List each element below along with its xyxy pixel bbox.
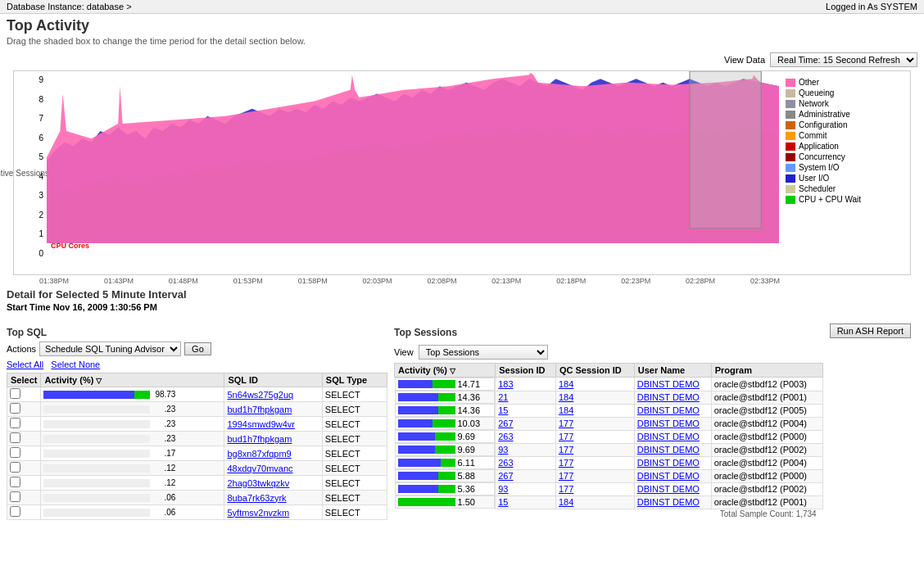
logged-in-label: Logged in As SYSTEM [826,2,917,11]
sql-type-cell: SELECT [322,432,387,446]
sql-table-row: 98.735n64ws275g2uqSELECT [7,387,387,402]
sess-col-sessionid[interactable]: Session ID [496,364,556,378]
sql-id-cell[interactable]: 2hag03twkqzkv [224,476,322,491]
sess-session-id-cell[interactable]: 15 [496,495,556,509]
sql-row-checkbox[interactable] [10,477,20,487]
sql-id-cell[interactable]: bud1h7fhpkgam [224,432,322,446]
sess-activity-cell: 5.36 [395,482,496,495]
select-links: Select All Select None [7,360,387,369]
sess-qc-session-id-cell[interactable]: 177 [555,443,634,456]
go-button[interactable]: Go [184,342,211,355]
sql-id-cell[interactable]: 48xdqv70mvanc [224,461,322,476]
activity-chart[interactable]: Active Sessions 9 8 7 6 5 4 3 2 1 0 [13,70,911,275]
sql-activity-cell: .17 [41,446,224,461]
sess-session-id-cell[interactable]: 263 [496,456,556,469]
select-all-link[interactable]: Select All [7,360,43,369]
sql-row-checkbox[interactable] [10,432,20,443]
sql-id-cell[interactable]: 1994smwd9w4vr [224,417,322,432]
run-ash-report-button[interactable]: Run ASH Report [830,323,911,338]
sess-username-cell[interactable]: DBINST DEMO [634,456,711,469]
sess-qc-session-id-cell[interactable]: 177 [555,469,634,482]
sess-program-cell: oracle@stbdf12 (P005) [711,404,822,417]
select-none-link[interactable]: Select None [51,360,100,369]
sql-activity-cell: .12 [41,461,224,476]
sql-row-checkbox[interactable] [10,418,20,428]
sess-qc-session-id-cell[interactable]: 184 [555,495,634,509]
sql-row-checkbox[interactable] [10,388,20,399]
sess-col-program[interactable]: Program [711,364,822,378]
sql-table-row: .065yftmsv2nvzkmSELECT [7,505,387,520]
sql-row-checkbox[interactable] [10,447,20,458]
sql-id-cell[interactable]: bud1h7fhpkgam [224,402,322,417]
sess-username-cell[interactable]: DBINST DEMO [634,469,711,482]
top-sessions-panel: Top Sessions View Top Sessions Top Backg… [394,327,823,520]
sql-id-cell[interactable]: 5n64ws275g2uq [224,387,322,402]
view-data-label: View Data [724,55,765,65]
sql-type-cell: SELECT [322,402,387,417]
sql-id-cell[interactable]: 5yftmsv2nvzkm [224,505,322,520]
sess-session-id-cell[interactable]: 183 [496,378,556,391]
sess-col-username[interactable]: User Name [634,364,711,378]
sess-activity-cell: 14.36 [395,404,496,417]
sess-username-cell[interactable]: DBINST DEMO [634,495,711,509]
sess-session-id-cell[interactable]: 21 [496,391,556,404]
sess-activity-cell: 1.50 [395,495,496,509]
sess-program-cell: oracle@stbdf12 (P003) [711,378,822,391]
actions-select[interactable]: Schedule SQL Tuning Advisor Run SQL [39,342,181,356]
sess-username-cell[interactable]: DBINST DEMO [634,482,711,495]
actions-bar: Actions Schedule SQL Tuning Advisor Run … [7,342,387,356]
sql-row-checkbox[interactable] [10,403,20,414]
sess-username-cell[interactable]: DBINST DEMO [634,391,711,404]
detail-title: Detail for Selected 5 Minute Interval [7,288,917,301]
sess-username-cell[interactable]: DBINST DEMO [634,404,711,417]
sess-username-cell[interactable]: DBINST DEMO [634,430,711,443]
sess-qc-session-id-cell[interactable]: 184 [555,378,634,391]
sess-username-cell[interactable]: DBINST DEMO [634,378,711,391]
sess-username-cell[interactable]: DBINST DEMO [634,443,711,456]
breadcrumb-link[interactable]: Database Instance: database [7,2,124,11]
sess-activity-cell: 10.03 [395,417,496,430]
sess-activity-cell: 14.71 [395,378,496,391]
sess-qc-session-id-cell[interactable]: 177 [555,482,634,495]
sessions-table-row: 9.6993177DBINST DEMOoracle@stbdf12 (P002… [395,443,823,456]
sql-table-row: .231994smwd9w4vrSELECT [7,417,387,432]
sessions-table-row: 1.5015184DBINST DEMOoracle@stbdf12 (P001… [395,495,823,509]
sess-session-id-cell[interactable]: 15 [496,404,556,417]
sql-id-cell[interactable]: bg8xn87xfqpm9 [224,446,322,461]
col-sqltype[interactable]: SQL Type [322,373,387,387]
col-activity[interactable]: Activity (%) ▽ [41,373,224,387]
sql-activity-cell: .23 [41,417,224,432]
sess-session-id-cell[interactable]: 267 [496,417,556,430]
sess-program-cell: oracle@stbdf12 (P002) [711,443,822,456]
sess-col-qcsessionid[interactable]: QC Session ID [555,364,634,378]
page-title: Top Activity [0,14,924,36]
sess-program-cell: oracle@stbdf12 (P001) [711,391,822,404]
sessions-view-select[interactable]: Top Sessions Top Background Sessions [419,345,548,360]
sessions-table-row: 5.88267177DBINST DEMOoracle@stbdf12 (P00… [395,469,823,482]
sess-qc-session-id-cell[interactable]: 177 [555,430,634,443]
sessions-table-row: 14.3615184DBINST DEMOoracle@stbdf12 (P00… [395,404,823,417]
sql-type-cell: SELECT [322,387,387,402]
sess-qc-session-id-cell[interactable]: 184 [555,391,634,404]
sql-id-cell[interactable]: 8uba7rk63zyrk [224,491,322,505]
sess-session-id-cell[interactable]: 263 [496,430,556,443]
sql-row-checkbox[interactable] [10,506,20,517]
chart-legend: Other Queueing Network Administrative Co… [779,71,910,274]
sql-row-checkbox[interactable] [10,462,20,473]
sess-session-id-cell[interactable]: 93 [496,443,556,456]
sess-qc-session-id-cell[interactable]: 177 [555,417,634,430]
chart-inner[interactable]: CPU Cores [47,71,779,274]
y-axis-label: Active Sessions [0,169,49,178]
breadcrumb[interactable]: Database Instance: database > [7,2,132,11]
sess-qc-session-id-cell[interactable]: 184 [555,404,634,417]
sess-col-activity[interactable]: Activity (%) ▽ [395,364,496,378]
col-sqlid[interactable]: SQL ID [224,373,322,387]
sql-type-cell: SELECT [322,505,387,520]
sess-qc-session-id-cell[interactable]: 177 [555,456,634,469]
sql-row-checkbox[interactable] [10,491,20,502]
svg-rect-3 [690,71,761,228]
sess-username-cell[interactable]: DBINST DEMO [634,417,711,430]
sess-session-id-cell[interactable]: 93 [496,482,556,495]
view-data-select[interactable]: Real Time: 15 Second Refresh Last Hour L… [770,52,917,67]
sess-session-id-cell[interactable]: 267 [496,469,556,482]
